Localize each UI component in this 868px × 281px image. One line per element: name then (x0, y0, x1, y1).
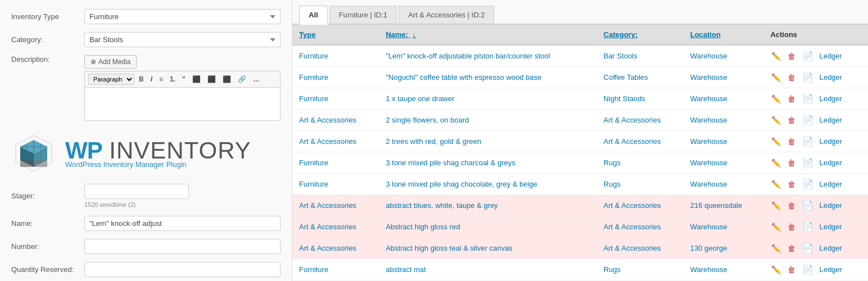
italic-button[interactable]: I (148, 74, 155, 84)
type-link[interactable]: Furniture (299, 73, 328, 81)
edit-button[interactable]: ✏️ (770, 243, 782, 254)
name-input[interactable] (84, 216, 281, 231)
location-sort-link[interactable]: Location (690, 30, 721, 39)
type-link[interactable]: Furniture (299, 265, 328, 274)
ledger-link[interactable]: Ledger (819, 180, 842, 188)
quantity-reserved-input[interactable] (84, 262, 281, 277)
name-link[interactable]: "Noguchi" coffee table with espresso woo… (386, 73, 541, 81)
category-link[interactable]: Rugs (604, 158, 621, 167)
align-center-button[interactable]: ⬛ (205, 74, 218, 84)
view-button[interactable]: 📄 (801, 114, 815, 126)
number-input[interactable] (84, 239, 281, 254)
ledger-link[interactable]: Ledger (819, 244, 842, 252)
view-button[interactable]: 📄 (801, 178, 815, 191)
link-button[interactable]: 🔗 (236, 74, 248, 84)
delete-button[interactable]: 🗑 (786, 136, 797, 147)
align-left-button[interactable]: ⬛ (190, 74, 203, 84)
category-select[interactable]: Bar Stools Coffee Tables Night Stands Ru… (84, 32, 281, 47)
location-link[interactable]: Warehouse (690, 116, 727, 124)
delete-button[interactable]: 🗑 (786, 72, 797, 83)
location-link[interactable]: Warehouse (690, 94, 727, 103)
name-link[interactable]: "Lem" knock-off adjustable piston bar/co… (386, 52, 550, 60)
ledger-link[interactable]: Ledger (819, 73, 842, 81)
name-link[interactable]: 3 tone mixed pile shag chocolate, grey &… (386, 180, 537, 188)
tab-art-accessories[interactable]: Art & Accessories | ID:2 (399, 6, 494, 24)
type-link[interactable]: Furniture (299, 94, 328, 103)
ledger-link[interactable]: Ledger (819, 116, 842, 124)
view-button[interactable]: 📄 (801, 92, 815, 105)
edit-button[interactable]: ✏️ (770, 93, 782, 105)
ledger-link[interactable]: Ledger (819, 265, 842, 274)
view-button[interactable]: 📄 (801, 242, 815, 255)
tab-all[interactable]: All (299, 6, 328, 25)
name-link[interactable]: abstract blues, white, taupe & grey (386, 201, 498, 210)
edit-button[interactable]: ✏️ (770, 221, 782, 233)
delete-button[interactable]: 🗑 (786, 243, 797, 254)
ledger-link[interactable]: Ledger (819, 94, 842, 103)
category-link[interactable]: Night Stands (604, 94, 645, 103)
location-link[interactable]: 216 queensdale (690, 201, 743, 210)
description-editor[interactable] (84, 87, 281, 121)
view-button[interactable]: 📄 (801, 49, 815, 62)
location-link[interactable]: Warehouse (690, 180, 727, 188)
view-button[interactable]: 📄 (801, 71, 815, 84)
type-link[interactable]: Art & Accessories (299, 201, 356, 210)
category-link[interactable]: Art & Accessories (604, 116, 661, 124)
location-link[interactable]: Warehouse (690, 73, 727, 81)
category-link[interactable]: Bar Stools (604, 52, 638, 60)
type-link[interactable]: Art & Accessories (299, 116, 356, 124)
name-link[interactable]: Abstract high gloss teal & silver canvas (386, 244, 512, 252)
name-link[interactable]: Abstract high gloss red (386, 223, 460, 231)
type-link[interactable]: Art & Accessories (299, 223, 356, 231)
view-button[interactable]: 📄 (801, 263, 815, 276)
category-link[interactable]: Rugs (604, 265, 621, 274)
edit-button[interactable]: ✏️ (770, 200, 782, 211)
category-link[interactable]: Art & Accessories (604, 137, 661, 146)
ledger-link[interactable]: Ledger (819, 223, 842, 231)
type-link[interactable]: Art & Accessories (299, 244, 356, 252)
edit-button[interactable]: ✏️ (770, 264, 782, 275)
location-link[interactable]: Warehouse (690, 158, 727, 167)
edit-button[interactable]: ✏️ (770, 115, 782, 126)
category-link[interactable]: Rugs (604, 180, 621, 188)
delete-button[interactable]: 🗑 (786, 93, 797, 105)
align-right-button[interactable]: ⬛ (220, 74, 233, 84)
ledger-link[interactable]: Ledger (819, 158, 842, 167)
delete-button[interactable]: 🗑 (786, 51, 797, 62)
tab-furniture[interactable]: Furniture | ID:1 (329, 6, 397, 24)
delete-button[interactable]: 🗑 (786, 157, 797, 169)
inventory-type-select[interactable]: Furniture Art & Accessories (84, 9, 281, 24)
edit-button[interactable]: ✏️ (770, 72, 782, 83)
name-link[interactable]: abstract mat (386, 265, 426, 274)
more-button[interactable]: … (251, 74, 262, 84)
type-link[interactable]: Furniture (299, 180, 328, 188)
name-link[interactable]: 2 single flowers, on board (386, 116, 469, 124)
location-link[interactable]: Warehouse (690, 223, 727, 231)
type-link[interactable]: Furniture (299, 158, 328, 167)
edit-button[interactable]: ✏️ (770, 157, 782, 169)
paragraph-select[interactable]: Paragraph (88, 74, 134, 85)
name-link[interactable]: 2 trees with red, gold & green (386, 137, 481, 146)
type-link[interactable]: Furniture (299, 52, 328, 60)
edit-button[interactable]: ✏️ (770, 136, 782, 147)
add-media-button[interactable]: ⊕ Add Media (84, 55, 137, 69)
blockquote-button[interactable]: " (180, 74, 188, 84)
delete-button[interactable]: 🗑 (786, 200, 797, 211)
category-link[interactable]: Art & Accessories (604, 223, 661, 231)
name-sort-link[interactable]: Name: ↓ (386, 30, 416, 39)
type-sort-link[interactable]: Type (299, 30, 315, 39)
view-button[interactable]: 📄 (801, 220, 815, 233)
view-button[interactable]: 📄 (801, 135, 815, 148)
category-link[interactable]: Art & Accessories (604, 201, 661, 210)
location-link[interactable]: Warehouse (690, 52, 727, 60)
view-button[interactable]: 📄 (801, 156, 815, 169)
type-link[interactable]: Art & Accessories (299, 137, 356, 146)
delete-button[interactable]: 🗑 (786, 115, 797, 126)
ledger-link[interactable]: Ledger (819, 52, 842, 60)
edit-button[interactable]: ✏️ (770, 179, 782, 190)
stager-input[interactable] (84, 184, 189, 199)
delete-button[interactable]: 🗑 (786, 264, 797, 275)
ordered-list-button[interactable]: 1. (168, 74, 178, 84)
ledger-link[interactable]: Ledger (819, 201, 842, 210)
category-link[interactable]: Art & Accessories (604, 244, 661, 252)
